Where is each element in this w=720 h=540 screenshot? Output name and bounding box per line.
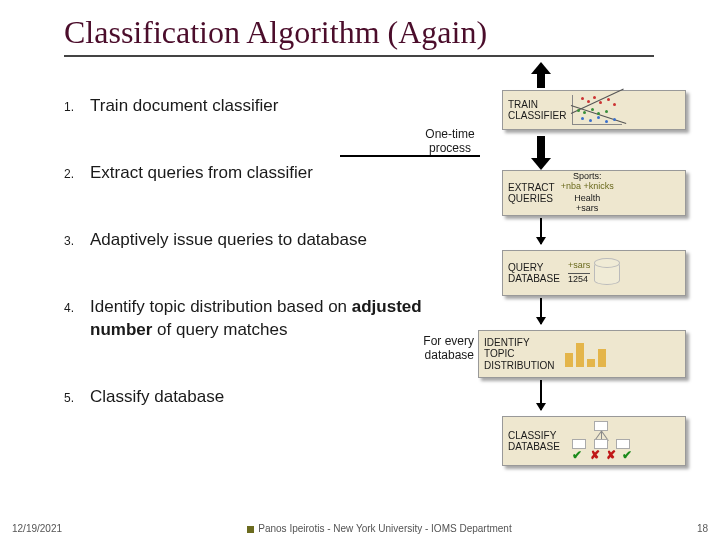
bar-chart-icon xyxy=(565,341,606,367)
slide-title: Classification Algorithm (Again) xyxy=(64,14,720,51)
arrow-down-icon xyxy=(540,218,542,244)
step-3: 3. Adaptively issue queries to database xyxy=(64,229,464,252)
step-1: 1. Train document classifier xyxy=(64,95,464,118)
box-label: CLASSIFY DATABASE xyxy=(508,430,560,453)
extract-queries-box: EXTRACT QUERIES Sports: +nba +knicks Hea… xyxy=(502,170,686,216)
steps-list: 1. Train document classifier 2. Extract … xyxy=(64,95,464,409)
example-queries: Sports: +nba +knicks Health +sars xyxy=(561,172,614,214)
step-5: 5. Classify database xyxy=(64,386,464,409)
box-label: QUERY DATABASE xyxy=(508,262,560,285)
query-database-box: QUERY DATABASE +sars 1254 xyxy=(502,250,686,296)
query-result: +sars 1254 xyxy=(568,261,620,285)
footer: 12/19/2021 Panos Ipeirotis - New York Un… xyxy=(0,523,720,534)
scatter-plot-icon xyxy=(572,95,622,125)
arrow-up-icon xyxy=(537,72,545,88)
identify-topic-box: IDENTIFY TOPIC DISTRIBUTION xyxy=(478,330,686,378)
step-text: Extract queries from classifier xyxy=(90,162,313,185)
box-label: EXTRACT QUERIES xyxy=(508,182,555,205)
step-text: Identify topic distribution based on adj… xyxy=(90,296,464,342)
box-label: IDENTIFY TOPIC DISTRIBUTION xyxy=(484,337,555,372)
one-time-divider xyxy=(340,155,480,157)
step-text: Train document classifier xyxy=(90,95,278,118)
footer-center: Panos Ipeirotis - New York University - … xyxy=(62,523,697,534)
step-number: 1. xyxy=(64,95,90,114)
footer-date: 12/19/2021 xyxy=(12,523,62,534)
box-label: TRAIN CLASSIFIER xyxy=(508,99,566,122)
arrow-down-icon xyxy=(537,136,545,160)
classify-database-box: CLASSIFY DATABASE ✔ ✘ ✘ ✔ xyxy=(502,416,686,466)
database-icon xyxy=(594,261,620,285)
step-text: Adaptively issue queries to database xyxy=(90,229,367,252)
arrow-down-icon xyxy=(540,380,542,410)
footer-page: 18 xyxy=(697,523,708,534)
step-number: 4. xyxy=(64,296,90,315)
step-4: 4. Identify topic distribution based on … xyxy=(64,296,464,342)
classification-tree-icon: ✔ ✘ ✘ ✔ xyxy=(566,421,636,461)
one-time-label: One-time process xyxy=(420,128,480,156)
step4-prefix: For every database xyxy=(412,334,474,363)
train-classifier-box: TRAIN CLASSIFIER xyxy=(502,90,686,130)
step-number: 3. xyxy=(64,229,90,248)
title-underline xyxy=(64,55,654,57)
step-number: 2. xyxy=(64,162,90,181)
step-number: 5. xyxy=(64,386,90,405)
step-2: 2. Extract queries from classifier xyxy=(64,162,464,185)
arrow-down-icon xyxy=(540,298,542,324)
step-text: Classify database xyxy=(90,386,224,409)
